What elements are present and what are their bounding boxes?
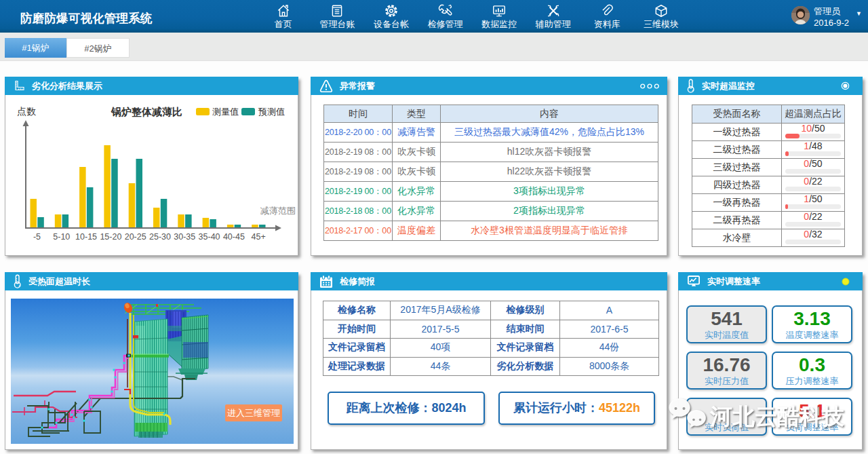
- svg-text:35-40: 35-40: [199, 232, 220, 242]
- svg-text:预测值: 预测值: [258, 107, 285, 117]
- svg-text:测量值: 测量值: [212, 107, 239, 117]
- svg-text:40-45: 40-45: [223, 232, 245, 242]
- svg-text:减薄范围: 减薄范围: [260, 206, 296, 216]
- svg-text:锅炉整体减薄比: 锅炉整体减薄比: [111, 106, 182, 117]
- svg-text:-5: -5: [33, 232, 41, 242]
- svg-text:点数: 点数: [17, 106, 36, 117]
- svg-text:20-25: 20-25: [125, 232, 146, 242]
- svg-text:5-10: 5-10: [53, 232, 70, 242]
- svg-text:30-35: 30-35: [174, 232, 195, 242]
- svg-text:25-30: 25-30: [149, 232, 171, 242]
- svg-text:15-20: 15-20: [100, 232, 121, 242]
- svg-text:河北云酷科技: 河北云酷科技: [709, 404, 844, 429]
- svg-text:45+: 45+: [252, 232, 266, 242]
- svg-text:10-15: 10-15: [75, 232, 97, 242]
